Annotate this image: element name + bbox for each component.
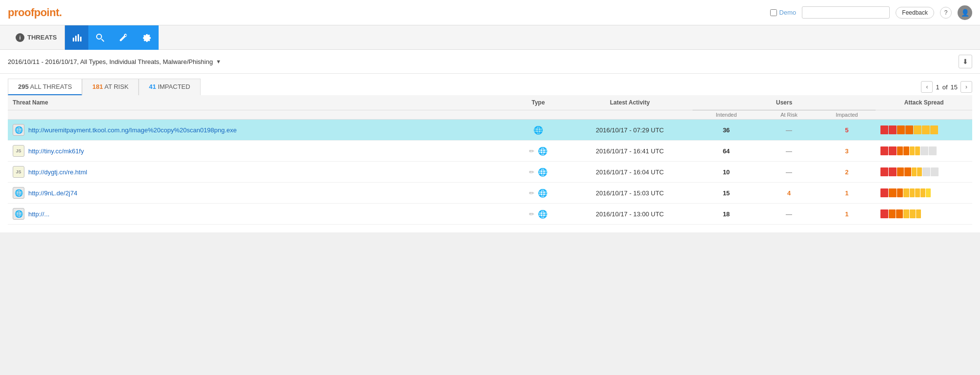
svg-rect-2	[78, 34, 79, 42]
col-impacted: Impacted	[818, 110, 876, 120]
tabs-left: 295 ALL THREATS 181 AT RISK 41 IMPACTED	[8, 79, 201, 95]
globe-icon: 🌐	[538, 188, 548, 198]
gear-icon	[142, 33, 152, 42]
type-cell: ✏🌐	[510, 183, 568, 204]
header-right: Demo Feedback ? 👤	[770, 5, 972, 20]
table-subheader-row: Intended At Risk Impacted	[8, 110, 972, 120]
table-header-row: Threat Name Type Latest Activity Users A…	[8, 95, 972, 110]
globe-icon: 🌐	[538, 146, 548, 156]
demo-checkbox-label[interactable]: Demo	[770, 9, 796, 16]
at-risk-cell: —	[760, 204, 818, 225]
svg-line-5	[102, 39, 104, 42]
search-icon	[95, 33, 105, 42]
filter-dropdown[interactable]: 2016/10/11 - 2016/10/17, All Types, Indi…	[8, 58, 221, 65]
attack-spread-bar	[880, 188, 939, 197]
table-row[interactable]: 🌐http://...✏🌐2016/10/17 - 13:00 UTC18—1	[8, 204, 972, 225]
impacted-count: 41	[149, 83, 156, 90]
attack-spread-bar	[880, 167, 939, 176]
threat-name-link[interactable]: http://9nL.de/2j74	[28, 189, 77, 197]
header-search-input[interactable]	[802, 6, 890, 19]
header: proofpoint. Demo Feedback ? 👤	[0, 0, 980, 25]
threat-name-link[interactable]: http://tiny.cc/mk61fy	[28, 147, 84, 155]
prev-page-button[interactable]: ‹	[921, 81, 933, 93]
col-latest-activity: Latest Activity	[567, 95, 693, 110]
intended-cell: 18	[693, 204, 760, 225]
threats-table: Threat Name Type Latest Activity Users A…	[8, 95, 972, 225]
page-total: 15	[951, 83, 958, 91]
user-avatar[interactable]: 👤	[958, 5, 972, 20]
at-risk-cell: 4	[760, 183, 818, 204]
page-current: 1	[936, 83, 939, 91]
demo-label: Demo	[779, 9, 796, 16]
nav-gear-button[interactable]	[135, 25, 159, 50]
next-page-button[interactable]: ›	[960, 81, 972, 93]
intended-cell: 15	[693, 183, 760, 204]
attack-spread-bar	[880, 209, 939, 218]
demo-checkbox-input[interactable]	[770, 9, 777, 16]
table-row[interactable]: JShttp://tiny.cc/mk61fy✏🌐2016/10/17 - 16…	[8, 141, 972, 162]
globe-icon: 🌐	[538, 167, 548, 177]
svg-rect-3	[80, 37, 82, 42]
attack-spread-cell	[876, 120, 972, 141]
all-threats-label: ALL THREATS	[30, 83, 72, 90]
globe-icon: 🌐	[538, 209, 548, 219]
nav-wrench-button[interactable]	[112, 25, 135, 50]
activity-cell: 2016/10/17 - 07:29 UTC	[567, 120, 693, 141]
threat-type-icon: JS	[13, 145, 24, 157]
col-at-risk: At Risk	[760, 110, 818, 120]
type-cell: 🌐	[510, 120, 568, 141]
nav-threats-section[interactable]: i THREATS	[8, 25, 65, 49]
col-type: Type	[510, 95, 568, 110]
at-risk-cell: —	[760, 162, 818, 183]
intended-cell: 36	[693, 120, 760, 141]
filter-bar: 2016/10/11 - 2016/10/17, All Types, Indi…	[0, 50, 980, 74]
threats-info-icon: i	[16, 33, 24, 42]
col-intended: Intended	[693, 110, 760, 120]
attack-spread-cell	[876, 183, 972, 204]
type-cell: ✏🌐	[510, 162, 568, 183]
impacted-cell: 2	[818, 162, 876, 183]
table-row[interactable]: 🌐http://9nL.de/2j74✏🌐2016/10/17 - 15:03 …	[8, 183, 972, 204]
threat-name-cell: JShttp://dygtj.cn/re.html	[8, 162, 510, 183]
all-threats-count: 295	[18, 83, 29, 90]
tab-at-risk[interactable]: 181 AT RISK	[82, 79, 139, 95]
logo-dot: .	[59, 6, 62, 19]
navbar: i THREATS	[0, 25, 980, 50]
table-row[interactable]: 🌐http://wuremitpayment.tkool.com.ng/Imag…	[8, 120, 972, 141]
impacted-cell: 5	[818, 120, 876, 141]
threat-name-cell: 🌐http://wuremitpayment.tkool.com.ng/Imag…	[8, 120, 510, 141]
table-row[interactable]: JShttp://dygtj.cn/re.html✏🌐2016/10/17 - …	[8, 162, 972, 183]
threat-name-link[interactable]: http://dygtj.cn/re.html	[28, 168, 87, 176]
nav-search-button[interactable]	[88, 25, 112, 50]
threat-name-link[interactable]: http://...	[28, 210, 49, 218]
at-risk-cell: —	[760, 120, 818, 141]
threat-type-icon: 🌐	[13, 124, 24, 136]
at-risk-count: 181	[92, 83, 103, 90]
table-body: 🌐http://wuremitpayment.tkool.com.ng/Imag…	[8, 120, 972, 225]
filter-label: 2016/10/11 - 2016/10/17, All Types, Indi…	[8, 58, 213, 65]
attack-spread-bar	[880, 146, 939, 155]
pencil-icon: ✏	[529, 189, 534, 197]
svg-rect-1	[75, 36, 77, 42]
tab-all-threats[interactable]: 295 ALL THREATS	[8, 79, 82, 95]
feedback-button[interactable]: Feedback	[896, 7, 934, 19]
impacted-cell: 1	[818, 204, 876, 225]
nav-chart-button[interactable]	[65, 25, 88, 50]
tab-impacted[interactable]: 41 IMPACTED	[139, 79, 200, 95]
attack-spread-bar	[880, 125, 939, 134]
activity-cell: 2016/10/17 - 16:41 UTC	[567, 141, 693, 162]
activity-cell: 2016/10/17 - 13:00 UTC	[567, 204, 693, 225]
logo-text: proofpoint	[8, 6, 59, 19]
activity-cell: 2016/10/17 - 16:04 UTC	[567, 162, 693, 183]
threat-type-icon: 🌐	[13, 187, 24, 199]
globe-icon: 🌐	[533, 125, 543, 135]
wrench-icon	[119, 33, 128, 42]
help-button[interactable]: ?	[940, 7, 952, 19]
threat-name-link[interactable]: http://wuremitpayment.tkool.com.ng/Image…	[28, 126, 237, 134]
col-users-group: Users	[693, 95, 876, 110]
threat-name-cell: JShttp://tiny.cc/mk61fy	[8, 141, 510, 162]
download-button[interactable]: ⬇	[959, 55, 972, 68]
type-cell: ✏🌐	[510, 204, 568, 225]
threat-name-cell: 🌐http://9nL.de/2j74	[8, 183, 510, 204]
main-content: 295 ALL THREATS 181 AT RISK 41 IMPACTED …	[0, 74, 980, 232]
